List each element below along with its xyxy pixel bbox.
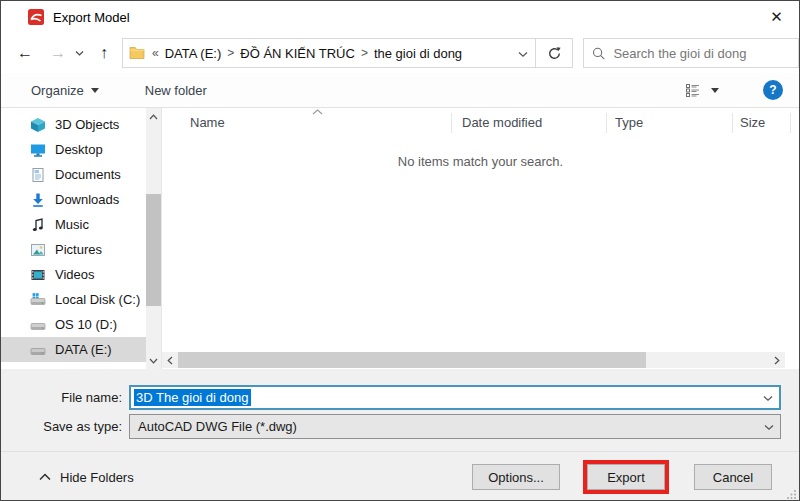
organize-button[interactable]: Organize	[31, 83, 99, 98]
refresh-button[interactable]	[536, 38, 573, 68]
column-header-size[interactable]: Size	[733, 113, 791, 133]
address-bar[interactable]: « DATA (E:) > ĐỒ ÁN KIẾN TRÚC > the gioi…	[122, 38, 536, 68]
sidebar-item-music[interactable]: Music	[1, 212, 146, 237]
music-icon	[30, 217, 46, 233]
sidebar-item-3d-objects[interactable]: 3D Objects	[1, 112, 146, 137]
help-icon: ?	[769, 83, 776, 97]
sidebar-item-videos[interactable]: Videos	[1, 262, 146, 287]
caret-down-icon	[711, 88, 719, 93]
options-button[interactable]: Options...	[472, 464, 560, 490]
breadcrumb-segment-parent[interactable]: ĐỒ ÁN KIẾN TRÚC	[237, 46, 358, 61]
disk-drive-icon	[30, 317, 46, 333]
sidebar-item-pictures[interactable]: Pictures	[1, 237, 146, 262]
chevron-down-icon	[75, 50, 84, 57]
export-button[interactable]: Export	[587, 464, 665, 490]
sidebar-item-data-e[interactable]: DATA (E:)	[1, 337, 146, 362]
help-button[interactable]: ?	[763, 80, 783, 100]
scroll-up-button[interactable]	[146, 108, 161, 125]
file-name-selected-text: 3D The gioi di dong	[134, 389, 251, 406]
address-dropdown-button[interactable]	[518, 46, 528, 61]
local-disk-icon	[30, 292, 46, 308]
refresh-icon	[547, 46, 562, 61]
3d-objects-icon	[30, 117, 46, 133]
up-button[interactable]: ↑	[93, 45, 115, 61]
videos-icon	[30, 267, 46, 283]
scrollbar-thumb[interactable]	[178, 352, 646, 368]
disk-drive-icon	[30, 342, 46, 358]
save-as-type-label: Save as type:	[1, 419, 129, 434]
footer-bar: Hide Folders Options... Export Cancel	[1, 451, 799, 501]
command-toolbar: Organize New folder ?	[1, 73, 799, 108]
save-as-type-select[interactable]: AutoCAD DWG File (*.dwg)	[129, 414, 781, 439]
downloads-icon	[30, 192, 46, 208]
export-highlight-annotation: Export	[583, 460, 669, 494]
sidebar-item-downloads[interactable]: Downloads	[1, 187, 146, 212]
navigation-bar: ← → ↑ « DATA (E:) > ĐỒ ÁN KIẾN TRÚC > th…	[1, 33, 799, 73]
hide-folders-button[interactable]: Hide Folders	[39, 470, 134, 485]
empty-results-message: No items match your search.	[162, 154, 799, 169]
search-icon	[592, 46, 605, 61]
caret-down-icon	[91, 88, 99, 93]
file-name-dropdown-button[interactable]	[763, 390, 773, 405]
close-icon: ✕	[770, 8, 783, 26]
chevron-up-icon	[39, 473, 51, 481]
breadcrumb-segment-drive[interactable]: DATA (E:)	[162, 46, 225, 61]
body-area: 3D Objects Desktop Documents Downloads M…	[1, 108, 799, 369]
scroll-down-button[interactable]	[146, 352, 161, 369]
close-button[interactable]: ✕	[754, 1, 799, 32]
file-name-input[interactable]: 3D The gioi di dong	[129, 385, 781, 410]
horizontal-scrollbar[interactable]	[162, 352, 785, 368]
sidebar-scrollbar[interactable]	[146, 108, 161, 369]
title-bar: Export Model ✕	[1, 1, 799, 33]
documents-icon	[30, 167, 46, 183]
column-header-type[interactable]: Type	[607, 113, 733, 133]
recent-locations-dropdown[interactable]	[72, 50, 87, 57]
file-list-pane: Name Date modified Type Size No items ma…	[161, 108, 799, 369]
view-mode-button[interactable]	[686, 84, 719, 97]
new-folder-button[interactable]: New folder	[145, 83, 207, 98]
file-fields-section: File name: 3D The gioi di dong Save as t…	[1, 369, 799, 451]
save-as-type-value: AutoCAD DWG File (*.dwg)	[138, 419, 297, 434]
sketchup-icon	[28, 9, 44, 25]
cancel-button[interactable]: Cancel	[694, 464, 772, 490]
back-button[interactable]: ←	[14, 45, 36, 61]
list-view-icon	[686, 84, 702, 97]
chevron-down-icon	[764, 419, 774, 434]
chevron-left-icon	[167, 356, 173, 365]
chevron-down-icon	[149, 358, 158, 364]
breadcrumb-separator: >	[224, 46, 237, 60]
column-header-name[interactable]: Name	[162, 113, 452, 133]
sidebar-item-local-disk-c[interactable]: Local Disk (C:)	[1, 287, 146, 312]
scrollbar-thumb[interactable]	[146, 194, 161, 306]
window-title: Export Model	[53, 10, 130, 25]
resize-grip[interactable]	[786, 489, 797, 500]
chevron-down-icon	[518, 51, 528, 58]
desktop-icon	[30, 142, 46, 158]
breadcrumb-separator: >	[358, 46, 371, 60]
chevron-right-icon	[774, 356, 780, 365]
search-box[interactable]	[583, 38, 799, 68]
chevron-down-icon	[763, 395, 773, 402]
chevron-up-icon	[149, 114, 158, 120]
sidebar-item-desktop[interactable]: Desktop	[1, 137, 146, 162]
scroll-left-button[interactable]	[162, 352, 178, 368]
scroll-right-button[interactable]	[769, 352, 785, 368]
sidebar-item-os10-d[interactable]: OS 10 (D:)	[1, 312, 146, 337]
organize-label: Organize	[31, 83, 84, 98]
file-name-label: File name:	[1, 390, 129, 405]
search-input[interactable]	[613, 46, 790, 61]
navigation-pane: 3D Objects Desktop Documents Downloads M…	[1, 108, 161, 369]
breadcrumb-segment-current[interactable]: the gioi di dong	[371, 46, 465, 61]
column-headers: Name Date modified Type Size	[162, 113, 799, 133]
breadcrumb-overflow[interactable]: «	[149, 46, 162, 60]
pictures-icon	[30, 242, 46, 258]
folder-icon	[129, 46, 145, 60]
sidebar-item-documents[interactable]: Documents	[1, 162, 146, 187]
export-model-dialog: Export Model ✕ ← → ↑ « DATA (E:) > ĐỒ ÁN…	[0, 0, 800, 501]
forward-button[interactable]: →	[47, 45, 69, 61]
sort-ascending-icon	[312, 109, 323, 115]
column-header-date-modified[interactable]: Date modified	[452, 113, 607, 133]
